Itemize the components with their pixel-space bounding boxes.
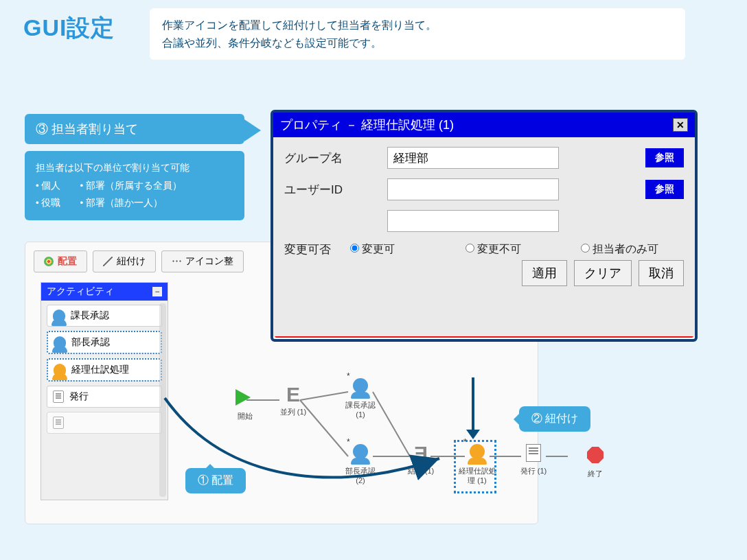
palette-header[interactable]: アクティビティ − bbox=[41, 283, 168, 301]
node-end[interactable]: 終了 bbox=[575, 447, 616, 478]
parallel-icon: E bbox=[284, 385, 303, 404]
callout-link: ② 紐付け bbox=[519, 406, 590, 432]
toolbar-place-label: 配置 bbox=[58, 255, 77, 268]
node-label: 発行 (1) bbox=[513, 466, 554, 476]
callout-item: • 部署（誰か一人） bbox=[80, 194, 162, 212]
palette-item-label: 課長承認 bbox=[71, 310, 109, 322]
change-label: 変更可否 bbox=[284, 242, 350, 257]
person-icon bbox=[53, 310, 65, 322]
description-box: 作業アイコンを配置して紐付けして担当者を割り当て。 合議や並列、条件分岐なども設… bbox=[150, 8, 685, 60]
node-start[interactable]: 開始 bbox=[225, 389, 266, 421]
extra-input[interactable] bbox=[387, 210, 559, 232]
callout-item: • 役職 bbox=[36, 194, 60, 212]
place-icon bbox=[44, 257, 54, 266]
clear-button[interactable]: クリア bbox=[574, 260, 632, 286]
palette-item-label: 経理仕訳処理 bbox=[71, 364, 129, 376]
toolbar-iconalign-button[interactable]: アイコン整 bbox=[161, 250, 244, 272]
property-body: グループ名 参照 ユーザーID 参照 変更可否 変更可 変更不可 担当者のみ可 bbox=[273, 137, 695, 336]
node-parallel[interactable]: E 並列 (1) bbox=[273, 385, 314, 417]
property-title-text: プロパティ － 経理仕訳処理 (1) bbox=[280, 117, 454, 133]
radio-change-no[interactable]: 変更不可 bbox=[466, 242, 568, 257]
property-dialog[interactable]: プロパティ － 経理仕訳処理 (1) ✕ グループ名 参照 ユーザーID 参照 … bbox=[271, 110, 698, 342]
palette-item-keiri[interactable]: 経理仕訳処理 bbox=[47, 358, 162, 382]
node-label: 課長承認 (1) bbox=[340, 400, 381, 420]
user-ref-button[interactable]: 参照 bbox=[645, 180, 684, 199]
callout-place: ① 配置 bbox=[185, 468, 246, 493]
document-icon bbox=[53, 417, 64, 429]
palette-body[interactable]: 課長承認 部長承認 経理仕訳処理 発行 bbox=[41, 301, 168, 500]
property-titlebar[interactable]: プロパティ － 経理仕訳処理 (1) ✕ bbox=[273, 113, 695, 137]
minimize-icon[interactable]: − bbox=[152, 287, 162, 296]
person-icon bbox=[353, 444, 368, 459]
group-input[interactable] bbox=[387, 147, 559, 169]
link-icon bbox=[103, 257, 113, 266]
toolbar-link-button[interactable]: 紐付け bbox=[93, 250, 156, 272]
star-icon: * bbox=[347, 371, 350, 382]
callout-assign-body: 担当者は以下の単位で割り当て可能 • 個人 • 部署（所属する全員） • 役職 … bbox=[25, 151, 244, 220]
radio-change-ok[interactable]: 変更可 bbox=[350, 242, 453, 257]
callout-assign-intro: 担当者は以下の単位で割り当て可能 bbox=[36, 159, 233, 177]
document-icon bbox=[53, 390, 64, 403]
node-label: 終了 bbox=[575, 469, 616, 478]
node-issue[interactable]: 発行 (1) bbox=[513, 444, 554, 476]
apply-button[interactable]: 適用 bbox=[522, 260, 567, 286]
star-icon: * bbox=[347, 437, 350, 448]
palette-item-label: 部長承認 bbox=[71, 336, 110, 349]
node-join[interactable]: E 結合 (1) bbox=[400, 444, 441, 476]
node-label: 部長承認 (2) bbox=[340, 466, 381, 486]
editor-toolbar: 配置 紐付け アイコン整 bbox=[34, 250, 244, 272]
cancel-button[interactable]: 取消 bbox=[639, 260, 684, 286]
toolbar-link-label: 紐付け bbox=[117, 255, 146, 268]
page-title: GUI設定 bbox=[23, 12, 115, 44]
user-input[interactable] bbox=[387, 178, 559, 200]
person-icon bbox=[54, 336, 66, 349]
palette-item-kacho[interactable]: 課長承認 bbox=[47, 305, 162, 327]
palette-item-label: 発行 bbox=[69, 390, 89, 403]
toolbar-place-button[interactable]: 配置 bbox=[34, 250, 87, 272]
activity-palette: アクティビティ − 課長承認 部長承認 経理仕訳処理 発行 bbox=[41, 282, 168, 500]
person-icon bbox=[54, 364, 66, 376]
callout-assign: ③ 担当者割り当て 担当者は以下の単位で割り当て可能 • 個人 • 部署（所属す… bbox=[25, 114, 244, 220]
document-icon bbox=[526, 444, 541, 462]
palette-item-issue[interactable]: 発行 bbox=[47, 386, 162, 408]
radio-change-owner[interactable]: 担当者のみ可 bbox=[581, 242, 684, 257]
toolbar-iconalign-label: アイコン整 bbox=[185, 255, 233, 268]
selected-node-outline bbox=[454, 440, 496, 493]
group-ref-button[interactable]: 参照 bbox=[645, 148, 684, 167]
palette-title: アクティビティ bbox=[47, 285, 114, 298]
join-icon: E bbox=[411, 444, 430, 463]
node-label: 開始 bbox=[225, 411, 266, 421]
callout-item: • 部署（所属する全員） bbox=[80, 177, 181, 195]
group-label: グループ名 bbox=[284, 150, 387, 166]
description-line1: 作業アイコンを配置して紐付けして担当者を割り当て。 bbox=[162, 19, 437, 31]
description-line2: 合議や並列、条件分岐なども設定可能です。 bbox=[162, 37, 382, 49]
person-icon bbox=[353, 378, 368, 393]
node-label: 結合 (1) bbox=[400, 466, 441, 476]
callout-assign-head: ③ 担当者割り当て bbox=[25, 114, 244, 144]
dots-icon bbox=[172, 257, 181, 266]
palette-item-bucho[interactable]: 部長承認 bbox=[47, 331, 162, 354]
close-button[interactable]: ✕ bbox=[673, 118, 688, 132]
end-icon bbox=[587, 447, 604, 463]
palette-item-extra[interactable] bbox=[47, 412, 162, 434]
node-bucho[interactable]: * 部長承認 (2) bbox=[340, 444, 381, 486]
node-kacho[interactable]: * 課長承認 (1) bbox=[340, 378, 381, 420]
user-label: ユーザーID bbox=[284, 182, 387, 198]
callout-item: • 個人 bbox=[36, 177, 60, 195]
node-label: 並列 (1) bbox=[273, 407, 314, 417]
start-icon bbox=[235, 389, 251, 406]
arrow-link bbox=[463, 376, 483, 439]
